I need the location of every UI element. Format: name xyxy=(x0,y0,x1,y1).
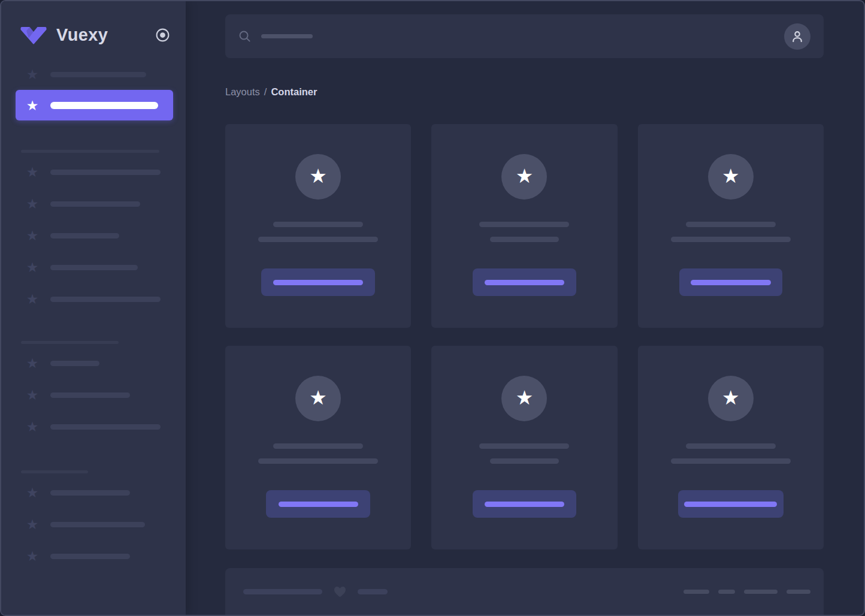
sidebar-item-skeleton[interactable]: ★ xyxy=(1,354,186,372)
footer-link-skeleton xyxy=(744,590,778,594)
footer-link-skeleton xyxy=(683,590,709,594)
card-subtitle-skeleton xyxy=(490,237,559,242)
star-icon: ★ xyxy=(25,292,40,306)
skeleton-card: ★ xyxy=(638,124,824,328)
search-placeholder-skeleton xyxy=(261,34,313,38)
sidebar-item-skeleton[interactable]: ★ xyxy=(1,163,186,181)
star-icon: ★ xyxy=(25,549,40,563)
star-icon: ★ xyxy=(25,260,40,274)
card-button-skeleton[interactable] xyxy=(266,490,370,518)
star-icon: ★ xyxy=(25,165,40,179)
footer-link-skeleton xyxy=(718,590,735,594)
card-button-skeleton[interactable] xyxy=(473,268,576,296)
topbar-search-bar[interactable] xyxy=(225,14,824,58)
skeleton-card: ★ xyxy=(638,346,824,549)
star-icon: ★ xyxy=(25,98,40,113)
sidebar-item-skeleton[interactable]: ★ xyxy=(1,515,186,533)
card-subtitle-skeleton xyxy=(490,458,559,464)
brand-title: Vuexy xyxy=(56,25,108,45)
breadcrumb: Layouts / Container xyxy=(225,86,824,98)
star-icon: ★ xyxy=(25,356,40,370)
star-icon: ★ xyxy=(25,228,40,243)
card-subtitle-skeleton xyxy=(258,237,378,242)
card-avatar: ★ xyxy=(295,376,341,421)
card-avatar: ★ xyxy=(708,154,754,200)
sidebar-item-skeleton[interactable]: ★ xyxy=(1,386,186,404)
vuexy-logo-icon[interactable] xyxy=(20,26,47,44)
sidebar-item-skeleton[interactable]: ★ xyxy=(1,547,186,565)
sidebar-item-skeleton[interactable]: ★ xyxy=(1,195,186,213)
card-title-skeleton xyxy=(273,443,363,449)
button-label-skeleton xyxy=(485,280,564,285)
menu-label-skeleton xyxy=(50,233,119,238)
breadcrumb-current: Container xyxy=(271,86,317,98)
button-label-skeleton xyxy=(279,502,358,507)
sidebar: Vuexy ★ ★ ★ ★ xyxy=(1,1,186,615)
card-title-skeleton xyxy=(686,222,776,227)
star-icon: ★ xyxy=(722,166,740,188)
star-icon: ★ xyxy=(516,388,534,409)
menu-label-skeleton xyxy=(50,170,161,175)
sidebar-item-skeleton[interactable]: ★ xyxy=(1,484,186,502)
card-title-skeleton xyxy=(686,443,776,449)
star-icon: ★ xyxy=(25,388,40,402)
section-header-skeleton xyxy=(21,341,119,344)
menu-label-skeleton xyxy=(50,265,138,270)
star-icon: ★ xyxy=(309,166,327,188)
card-title-skeleton xyxy=(479,443,569,449)
card-avatar: ★ xyxy=(295,154,341,200)
main-content: Layouts / Container ★ ★ ★ xyxy=(186,1,864,615)
button-label-skeleton xyxy=(485,502,564,507)
card-avatar: ★ xyxy=(708,376,754,421)
footer-card xyxy=(225,568,824,615)
footer-links xyxy=(683,590,810,594)
card-button-skeleton[interactable] xyxy=(261,268,375,296)
app-window: Vuexy ★ ★ ★ ★ xyxy=(0,0,865,616)
menu-label-skeleton xyxy=(50,424,161,430)
star-icon: ★ xyxy=(25,485,40,500)
sidebar-item-skeleton[interactable]: ★ xyxy=(1,65,186,83)
card-button-skeleton[interactable] xyxy=(473,490,576,518)
card-subtitle-skeleton xyxy=(258,458,378,464)
star-icon: ★ xyxy=(722,388,740,409)
card-title-skeleton xyxy=(273,222,363,227)
card-subtitle-skeleton xyxy=(671,458,791,464)
card-avatar: ★ xyxy=(501,154,547,200)
search-icon xyxy=(238,29,252,43)
skeleton-card: ★ xyxy=(431,124,617,328)
sidebar-item-active[interactable]: ★ xyxy=(16,90,173,120)
footer-link-skeleton xyxy=(787,590,810,594)
card-avatar: ★ xyxy=(501,376,547,421)
sidebar-item-skeleton[interactable]: ★ xyxy=(1,418,186,436)
section-header-skeleton xyxy=(21,470,88,473)
breadcrumb-separator: / xyxy=(264,86,267,98)
skeleton-card: ★ xyxy=(225,124,411,328)
button-label-skeleton xyxy=(691,280,771,285)
menu-label-skeleton xyxy=(50,201,140,207)
star-icon: ★ xyxy=(309,388,327,409)
card-title-skeleton xyxy=(479,222,569,227)
sidebar-item-skeleton[interactable]: ★ xyxy=(1,258,186,276)
sidebar-item-skeleton[interactable]: ★ xyxy=(1,227,186,244)
heart-icon[interactable] xyxy=(332,584,347,599)
section-header-skeleton xyxy=(21,150,159,153)
button-label-skeleton xyxy=(273,280,363,285)
sidebar-pin-toggle-icon[interactable] xyxy=(155,28,170,43)
footer-text-skeleton xyxy=(358,589,388,594)
brand-header: Vuexy xyxy=(1,1,186,58)
user-avatar-button[interactable] xyxy=(784,23,810,50)
breadcrumb-parent-link[interactable]: Layouts xyxy=(225,86,260,98)
star-icon: ★ xyxy=(25,419,40,434)
menu-label-skeleton xyxy=(50,554,130,559)
star-icon: ★ xyxy=(516,166,534,188)
card-button-skeleton[interactable] xyxy=(678,490,784,518)
menu-label-skeleton xyxy=(50,361,99,366)
skeleton-card: ★ xyxy=(225,346,411,549)
menu-label-skeleton xyxy=(50,392,130,398)
card-button-skeleton[interactable] xyxy=(679,268,782,296)
card-grid: ★ ★ ★ ★ xyxy=(225,124,824,549)
button-label-skeleton xyxy=(684,502,777,507)
menu-label-skeleton xyxy=(50,72,146,77)
sidebar-nav: ★ ★ ★ ★ ★ ★ xyxy=(1,65,186,565)
sidebar-item-skeleton[interactable]: ★ xyxy=(1,290,186,308)
